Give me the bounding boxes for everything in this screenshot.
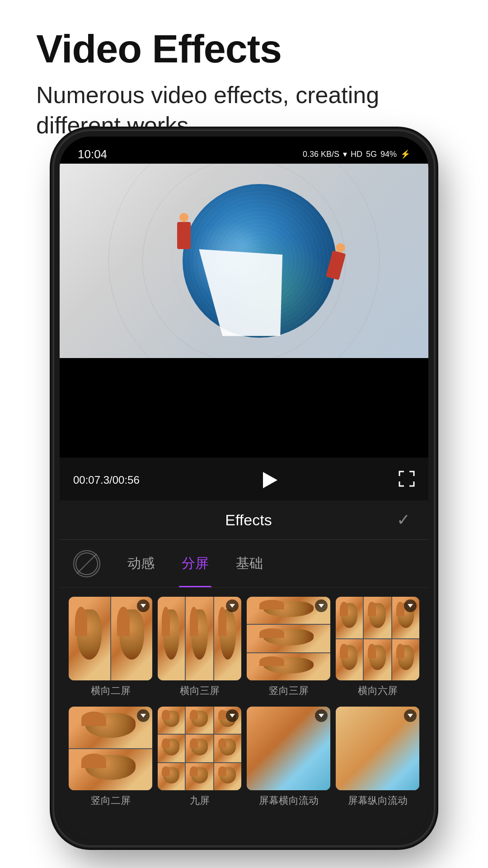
video-timeline-area: [60, 358, 428, 458]
time-display: 00:07.3/00:56: [73, 474, 140, 486]
phone-screen: 10:04 0.36 KB/S ▾ HD 5G 94% ⚡: [60, 137, 428, 840]
cat-cell-6h-1: [336, 597, 363, 638]
download-arrow-3: [319, 604, 324, 608]
confirm-button[interactable]: ✓: [397, 510, 410, 529]
download-badge-5: [137, 709, 150, 722]
video-area: [60, 164, 428, 358]
no-effect-circle: [75, 552, 98, 575]
effect-label-split6h: 横向六屏: [358, 684, 398, 698]
cat-cell-3h-1: [158, 597, 185, 680]
cat-cell-9-1: [158, 707, 185, 734]
effect-thumb-split3h: [158, 597, 241, 680]
effects-panel: Effects ✓: [60, 500, 428, 840]
download-arrow-7: [319, 714, 324, 717]
page-title: Video Effects: [36, 27, 452, 71]
fullscreen-button[interactable]: [399, 471, 415, 490]
effect-split3h[interactable]: 横向三屏: [158, 597, 241, 698]
effect-thumb-hflow: [247, 707, 330, 790]
play-icon: [263, 472, 277, 488]
person-body-1: [177, 222, 191, 249]
cat-cell-9-7: [158, 763, 185, 790]
cat-cell-2v-2: [69, 749, 152, 791]
total-time: 00:56: [113, 474, 140, 486]
current-time: 00:07.3: [73, 474, 109, 486]
effect-split2v[interactable]: 竖向二屏: [69, 707, 152, 807]
page-wrapper: Video Effects Numerous video effects, cr…: [0, 0, 488, 868]
effect-vflow[interactable]: 屏幕纵向流动: [336, 707, 419, 807]
effects-title: Effects: [100, 511, 397, 529]
download-arrow-8: [408, 714, 413, 717]
download-badge-7: [315, 709, 328, 722]
data-speed-icon: 0.36 KB/S: [303, 150, 339, 159]
tab-split-label: 分屏: [182, 556, 209, 571]
download-badge-8: [404, 709, 417, 722]
download-badge-2: [226, 599, 239, 612]
download-badge-4: [404, 599, 417, 612]
effect-split3v[interactable]: 竖向三屏: [247, 597, 330, 698]
effect-split9[interactable]: 九屏: [158, 707, 241, 807]
effect-thumb-split6h: [336, 597, 419, 680]
phone-frame: 10:04 0.36 KB/S ▾ HD 5G 94% ⚡: [54, 131, 434, 845]
charging-icon: ⚡: [400, 149, 410, 159]
battery-icon: 94%: [380, 150, 397, 159]
cat-cell-6h-6: [392, 639, 419, 681]
effect-label-split2v: 竖向二屏: [91, 794, 131, 807]
tab-dynamic[interactable]: 动感: [114, 549, 168, 578]
signal-icon: 5G: [366, 150, 377, 159]
category-tabs: 动感 分屏 基础: [60, 540, 428, 588]
effects-grid-row1: 横向二屏: [60, 588, 428, 707]
effect-label-split3v: 竖向三屏: [269, 684, 309, 698]
cat-cell-6h-2: [364, 597, 391, 638]
download-badge-6: [226, 709, 239, 722]
effect-label-vflow: 屏幕纵向流动: [348, 794, 408, 807]
cat-cell-3h-2: [186, 597, 213, 680]
tab-dynamic-label: 动感: [127, 556, 155, 571]
person-1: [170, 222, 197, 267]
phone-wrapper: 10:04 0.36 KB/S ▾ HD 5G 94% ⚡: [54, 131, 434, 845]
cat-cell-9-5: [186, 735, 213, 762]
person-body-2: [326, 250, 346, 280]
cat-cell-3v-3: [247, 653, 330, 680]
effect-label-split3h: 横向三屏: [180, 684, 220, 698]
cat-cell-9-2: [186, 707, 213, 734]
cat-cell-3v-2: [247, 625, 330, 652]
play-button[interactable]: [255, 467, 282, 494]
cat-cell-9-4: [158, 735, 185, 762]
hd-icon: HD: [351, 150, 362, 159]
screen-content: 10:04 0.36 KB/S ▾ HD 5G 94% ⚡: [60, 137, 428, 840]
cat-cell-9-9: [214, 763, 241, 790]
tab-basic[interactable]: 基础: [222, 549, 277, 578]
video-preview: [60, 164, 428, 358]
cat-cell-6h-5: [364, 639, 391, 681]
cat-cell-6h-4: [336, 639, 363, 681]
effects-grid-row2: 竖向二屏: [60, 707, 428, 816]
download-arrow-2: [230, 604, 235, 608]
status-icons: 0.36 KB/S ▾ HD 5G 94% ⚡: [303, 149, 410, 159]
effect-label-split2h: 横向二屏: [91, 684, 131, 698]
effect-split6h[interactable]: 横向六屏: [336, 597, 419, 698]
download-badge-3: [315, 599, 328, 612]
effect-label-hflow: 屏幕横向流动: [259, 794, 319, 807]
status-bar: 10:04 0.36 KB/S ▾ HD 5G 94% ⚡: [60, 137, 428, 164]
download-arrow-6: [230, 714, 235, 717]
download-arrow-5: [141, 714, 146, 717]
effect-thumb-split2v: [69, 707, 152, 790]
status-time: 10:04: [78, 147, 107, 161]
download-badge-1: [137, 599, 150, 612]
effect-thumb-split2h: [69, 597, 152, 680]
no-effect-button[interactable]: [73, 550, 100, 577]
timeline-controls: 00:07.3/00:56: [60, 458, 428, 500]
effects-header: Effects ✓: [60, 500, 428, 540]
download-arrow-1: [141, 604, 146, 608]
cat-cell-1: [69, 597, 110, 680]
tab-split[interactable]: 分屏: [168, 549, 222, 578]
download-arrow-4: [408, 604, 413, 608]
effect-label-split9: 九屏: [190, 794, 210, 807]
effect-thumb-split9: [158, 707, 241, 790]
effect-thumb-split3v: [247, 597, 330, 680]
wifi-icon: ▾: [343, 149, 347, 159]
effect-hflow[interactable]: 屏幕横向流动: [247, 707, 330, 807]
effect-thumb-vflow: [336, 707, 419, 790]
cat-cell-9-6: [214, 735, 241, 762]
effect-split2h[interactable]: 横向二屏: [69, 597, 152, 698]
